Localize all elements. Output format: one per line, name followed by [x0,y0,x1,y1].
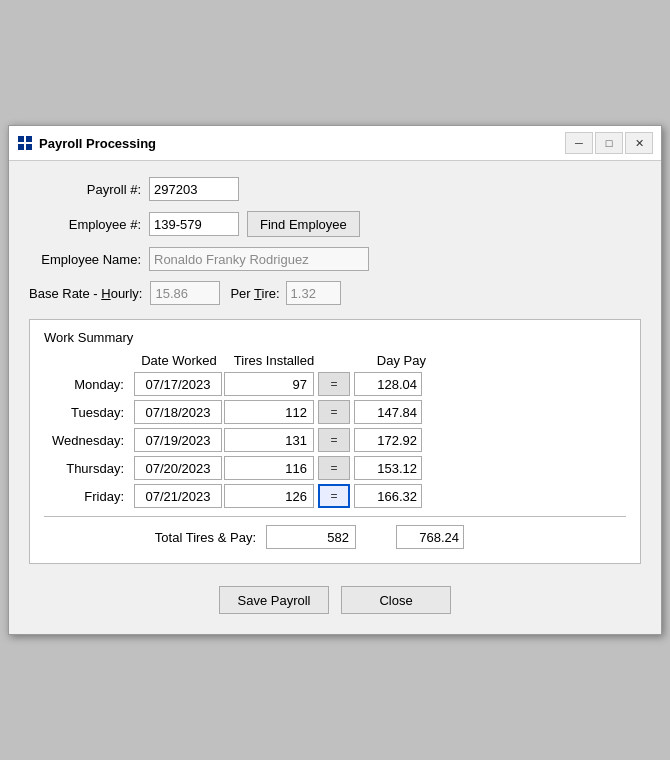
friday-eq-button[interactable]: = [318,484,350,508]
friday-label: Friday: [44,489,134,504]
wednesday-row: Wednesday: = [44,428,626,452]
employee-row: Employee #: Find Employee [29,211,641,237]
friday-row: Friday: = [44,484,626,508]
per-tire-input [286,281,341,305]
thursday-row: Thursday: = [44,456,626,480]
wednesday-label: Wednesday: [44,433,134,448]
footer-buttons: Save Payroll Close [29,578,641,618]
friday-pay-input[interactable] [354,484,422,508]
payroll-label: Payroll #: [29,182,149,197]
header-tires: Tires Installed [224,353,324,368]
close-button-footer[interactable]: Close [341,586,451,614]
tuesday-date-input[interactable] [134,400,222,424]
find-employee-button[interactable]: Find Employee [247,211,360,237]
header-pay: Day Pay [360,353,430,368]
window-controls: ─ □ ✕ [565,132,653,154]
wednesday-tires-input[interactable] [224,428,314,452]
total-pay-input[interactable] [396,525,464,549]
monday-label: Monday: [44,377,134,392]
app-icon [17,135,33,151]
per-tire-label: Per Tire: [230,286,279,301]
monday-row: Monday: = [44,372,626,396]
monday-date-input[interactable] [134,372,222,396]
name-input [149,247,369,271]
tuesday-pay-input[interactable] [354,400,422,424]
maximize-button[interactable]: □ [595,132,623,154]
employee-label: Employee #: [29,217,149,232]
base-rate-row: Base Rate - Hourly: Per Tire: [29,281,641,305]
close-button[interactable]: ✕ [625,132,653,154]
thursday-label: Thursday: [44,461,134,476]
thursday-pay-input[interactable] [354,456,422,480]
employee-input[interactable] [149,212,239,236]
monday-pay-input[interactable] [354,372,422,396]
base-rate-label: Base Rate - Hourly: [29,286,150,301]
monday-eq-button[interactable]: = [318,372,350,396]
thursday-tires-input[interactable] [224,456,314,480]
minimize-button[interactable]: ─ [565,132,593,154]
tuesday-tires-input[interactable] [224,400,314,424]
wednesday-date-input[interactable] [134,428,222,452]
tuesday-eq-button[interactable]: = [318,400,350,424]
monday-tires-input[interactable] [224,372,314,396]
work-summary-header: Date Worked Tires Installed Day Pay [44,353,626,368]
base-rate-input [150,281,220,305]
tuesday-row: Tuesday: = [44,400,626,424]
svg-rect-3 [26,144,32,150]
thursday-eq-button[interactable]: = [318,456,350,480]
employee-name-row: Employee Name: [29,247,641,271]
wednesday-pay-input[interactable] [354,428,422,452]
work-summary-section: Work Summary Date Worked Tires Installed… [29,319,641,564]
payroll-input[interactable] [149,177,239,201]
payroll-window: Payroll Processing ─ □ ✕ Payroll #: Empl… [8,125,662,635]
header-date: Date Worked [134,353,224,368]
window-title: Payroll Processing [39,136,565,151]
save-payroll-button[interactable]: Save Payroll [219,586,329,614]
svg-rect-1 [26,136,32,142]
svg-rect-0 [18,136,24,142]
form-content: Payroll #: Employee #: Find Employee Emp… [9,161,661,634]
friday-tires-input[interactable] [224,484,314,508]
thursday-date-input[interactable] [134,456,222,480]
total-label: Total Tires & Pay: [134,530,264,545]
work-summary-title: Work Summary [44,330,626,345]
friday-date-input[interactable] [134,484,222,508]
tuesday-label: Tuesday: [44,405,134,420]
total-tires-input[interactable] [266,525,356,549]
wednesday-eq-button[interactable]: = [318,428,350,452]
work-summary-divider [44,516,626,517]
payroll-row: Payroll #: [29,177,641,201]
title-bar: Payroll Processing ─ □ ✕ [9,126,661,161]
total-row: Total Tires & Pay: [44,525,626,549]
name-label: Employee Name: [29,252,149,267]
svg-rect-2 [18,144,24,150]
